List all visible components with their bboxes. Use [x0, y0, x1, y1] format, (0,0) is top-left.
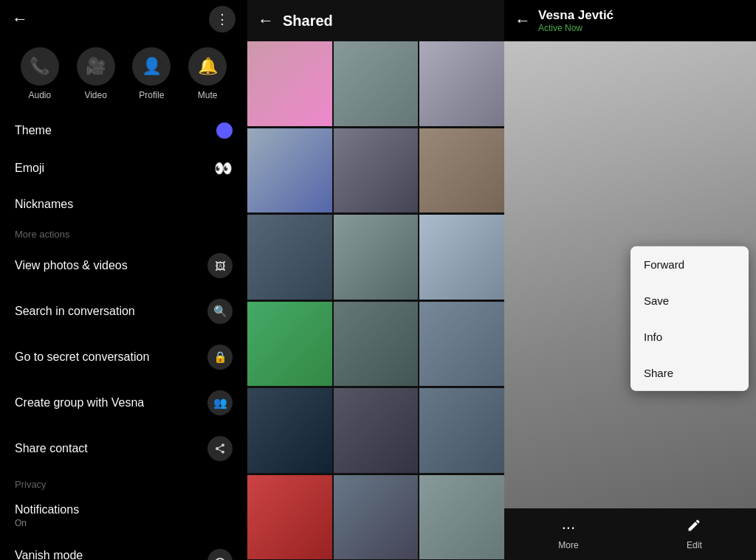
- edit-icon: [687, 518, 701, 537]
- notifications-sub: On: [15, 518, 79, 528]
- photo-cell[interactable]: [247, 475, 332, 560]
- notifications-left: Notifications On: [15, 503, 79, 528]
- user-name: Vesna Jevtić: [538, 8, 614, 23]
- more-actions-section: More actions: [0, 221, 247, 243]
- profile-label: Profile: [139, 90, 164, 100]
- search-conversation-menu-item[interactable]: Search in conversation 🔍: [0, 288, 247, 334]
- mute-button[interactable]: 🔔 Mute: [188, 47, 227, 100]
- secret-conversation-menu-item[interactable]: Go to secret conversation 🔒: [0, 334, 247, 380]
- nicknames-menu-item[interactable]: Nicknames: [0, 187, 247, 221]
- photo-cell[interactable]: [419, 388, 504, 473]
- left-header: ← ⋮: [0, 0, 247, 38]
- photo-cell[interactable]: [334, 302, 419, 387]
- chat-content: Forward Save Info Share: [504, 41, 756, 508]
- profile-icon: 👤: [132, 47, 171, 86]
- action-icons-row: 📞 Audio 🎥 Video 👤 Profile 🔔 Mute: [0, 38, 247, 112]
- right-panel: ← Vesna Jevtić Active Now Forward Save I…: [504, 0, 756, 560]
- search-conversation-label: Search in conversation: [15, 305, 135, 318]
- emoji-menu-item[interactable]: Emoji 👀: [0, 149, 247, 187]
- more-icon: ⋮: [216, 11, 229, 27]
- photo-cell[interactable]: [247, 128, 332, 213]
- vanish-mode-label: Vanish mode: [15, 549, 83, 560]
- emoji-label: Emoji: [15, 162, 44, 175]
- nicknames-label: Nicknames: [15, 198, 73, 211]
- photo-cell[interactable]: [247, 215, 332, 300]
- share-contact-menu-item[interactable]: Share contact: [0, 426, 247, 471]
- lock-icon: 🔒: [207, 345, 233, 370]
- theme-menu-item[interactable]: Theme: [0, 112, 247, 149]
- photo-cell[interactable]: [334, 388, 419, 473]
- audio-label: Audio: [29, 90, 52, 100]
- context-menu: Forward Save Info Share: [630, 246, 749, 390]
- privacy-section: Privacy: [0, 471, 247, 493]
- photo-cell[interactable]: [334, 215, 419, 300]
- view-photos-label: View photos & videos: [15, 259, 128, 272]
- bottom-bar: ··· More Edit: [504, 508, 756, 560]
- chat-back-button[interactable]: ←: [515, 11, 531, 30]
- back-button[interactable]: ←: [12, 10, 28, 29]
- left-panel: ← ⋮ 📞 Audio 🎥 Video 👤 Profile 🔔 Mute The…: [0, 0, 247, 560]
- user-status: Active Now: [538, 23, 614, 33]
- user-info: Vesna Jevtić Active Now: [538, 8, 614, 33]
- middle-panel: ← Shared: [247, 0, 504, 560]
- profile-button[interactable]: 👤 Profile: [132, 47, 171, 100]
- info-button[interactable]: Info: [630, 318, 749, 354]
- photo-cell[interactable]: [419, 215, 504, 300]
- photo-cell[interactable]: [247, 41, 332, 126]
- vanish-mode-menu-item[interactable]: Vanish mode Off: [0, 539, 247, 560]
- more-label: More: [558, 540, 578, 550]
- theme-dot: [216, 122, 233, 139]
- photo-cell[interactable]: [334, 41, 419, 126]
- create-group-label: Create group with Vesna: [15, 396, 144, 409]
- theme-label: Theme: [15, 124, 52, 137]
- search-icon: 🔍: [207, 299, 233, 324]
- vanish-mode-icon: [207, 549, 233, 560]
- more-button[interactable]: ··· More: [558, 518, 578, 550]
- photo-cell[interactable]: [419, 302, 504, 387]
- notifications-menu-item[interactable]: Notifications On: [0, 493, 247, 539]
- share-contact-label: Share contact: [15, 442, 88, 455]
- photo-cell[interactable]: [419, 41, 504, 126]
- edit-button[interactable]: Edit: [687, 518, 702, 550]
- photo-cell[interactable]: [334, 475, 419, 560]
- forward-button[interactable]: Forward: [630, 246, 749, 282]
- share-button[interactable]: Share: [630, 354, 749, 390]
- view-photos-menu-item[interactable]: View photos & videos 🖼: [0, 243, 247, 288]
- more-dots-icon: ···: [562, 518, 575, 537]
- video-icon: 🎥: [77, 47, 115, 86]
- create-group-menu-item[interactable]: Create group with Vesna 👥: [0, 380, 247, 426]
- video-label: Video: [84, 90, 106, 100]
- shared-title: Shared: [283, 13, 333, 30]
- secret-conversation-label: Go to secret conversation: [15, 350, 149, 364]
- photo-cell[interactable]: [334, 128, 419, 213]
- share-icon: [207, 436, 233, 461]
- audio-icon: 📞: [21, 47, 59, 86]
- photo-cell[interactable]: [419, 128, 504, 213]
- group-icon: 👥: [207, 390, 233, 415]
- photo-cell[interactable]: [247, 302, 332, 387]
- shared-back-button[interactable]: ←: [258, 11, 274, 30]
- video-button[interactable]: 🎥 Video: [77, 47, 115, 100]
- right-header: ← Vesna Jevtić Active Now: [504, 0, 756, 41]
- more-options-button[interactable]: ⋮: [209, 6, 236, 32]
- notifications-label: Notifications: [15, 503, 79, 516]
- edit-label: Edit: [687, 540, 702, 550]
- middle-header: ← Shared: [247, 0, 504, 41]
- audio-button[interactable]: 📞 Audio: [21, 47, 59, 100]
- mute-label: Mute: [198, 90, 218, 100]
- emoji-display: 👀: [214, 159, 233, 177]
- photos-icon: 🖼: [207, 253, 233, 278]
- mute-icon: 🔔: [188, 47, 227, 86]
- photo-cell[interactable]: [419, 475, 504, 560]
- photo-grid: [247, 41, 504, 560]
- vanish-mode-left: Vanish mode Off: [15, 549, 83, 560]
- save-button[interactable]: Save: [630, 282, 749, 318]
- photo-cell[interactable]: [247, 388, 332, 473]
